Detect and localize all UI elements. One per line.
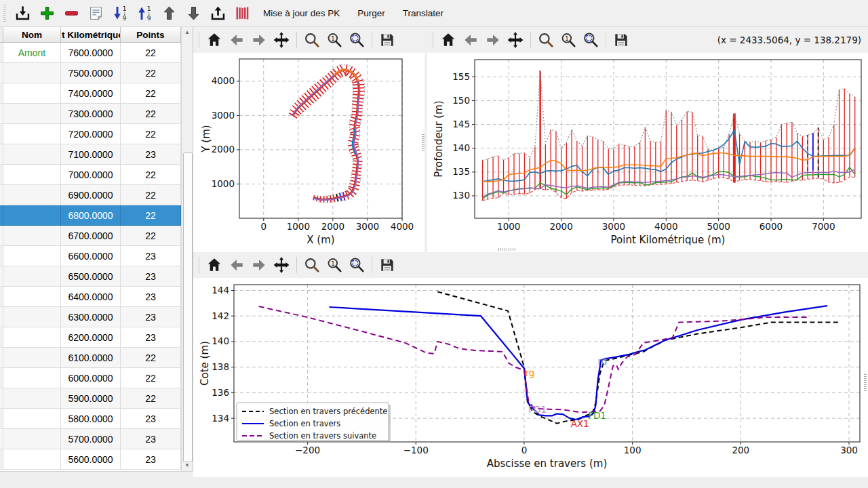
home-button[interactable] xyxy=(438,29,458,51)
svg-text:1000: 1000 xyxy=(212,178,235,189)
table-row[interactable]: 5900.000022 xyxy=(0,388,193,409)
back-button[interactable] xyxy=(226,254,247,276)
right-edge-splitter-handle[interactable] xyxy=(864,374,867,392)
table-row[interactable]: 6500.000023 xyxy=(0,266,193,287)
forward-button[interactable] xyxy=(249,254,269,276)
plan-nav-toolbar: 1 xyxy=(193,27,425,53)
export-button[interactable] xyxy=(206,2,229,25)
column-header-pk[interactable]: t Kilométrique xyxy=(61,27,121,42)
table-row[interactable]: 7200.000022 xyxy=(0,124,193,144)
table-row[interactable]: 6600.000023 xyxy=(0,246,193,266)
pan-button[interactable] xyxy=(271,254,292,276)
table-row[interactable]: 7100.000023 xyxy=(0,144,193,165)
table-row[interactable]: 6000.000022 xyxy=(0,368,193,388)
toolbar-drag-handle[interactable] xyxy=(3,5,6,22)
zoom-extent-button[interactable] xyxy=(580,29,601,51)
cell-nom xyxy=(3,449,61,470)
table-row[interactable]: 5800.000023 xyxy=(0,409,193,429)
cell-pk: 6000.0000 xyxy=(61,368,121,388)
forward-button[interactable] xyxy=(249,29,269,51)
zoom-extent-button[interactable] xyxy=(347,254,367,276)
svg-text:Profondeur (m): Profondeur (m) xyxy=(433,100,445,177)
svg-text:142: 142 xyxy=(212,310,229,321)
table-row[interactable]: 5600.000023 xyxy=(0,449,193,470)
cell-pk: 7300.0000 xyxy=(61,104,121,124)
table-row[interactable]: 6800.000022 xyxy=(0,205,193,226)
sort-asc-icon: 19 xyxy=(136,4,154,22)
sort-ascending-button[interactable]: 19 xyxy=(133,2,156,25)
zoom-original-button[interactable]: 1 xyxy=(324,254,344,276)
table-row[interactable]: 7300.000022 xyxy=(0,104,193,124)
remove-icon xyxy=(62,4,81,22)
zoom-original-button[interactable]: 1 xyxy=(324,29,344,51)
vertical-splitter-handle[interactable] xyxy=(422,134,425,152)
cell-nom xyxy=(3,226,61,246)
main-toolbar: 1919 Mise à jour des PK Purger Translate… xyxy=(0,0,868,27)
zoom-button[interactable] xyxy=(302,29,322,51)
fond-rouge xyxy=(294,70,359,199)
table-row[interactable]: 7000.000022 xyxy=(0,165,193,185)
home-icon xyxy=(439,31,457,49)
zoom-extent-icon xyxy=(348,256,366,274)
table-row[interactable]: 6100.000022 xyxy=(0,348,193,368)
translate-button[interactable]: Translater xyxy=(395,3,452,24)
forward-button[interactable] xyxy=(483,29,503,51)
pan-button[interactable] xyxy=(505,29,526,51)
home-button[interactable] xyxy=(204,254,224,276)
scroll-up-arrow[interactable]: ▲ xyxy=(182,27,193,38)
zoom-original-button[interactable]: 1 xyxy=(558,29,578,51)
column-header-nom[interactable]: Nom xyxy=(3,27,61,42)
cell-points: 22 xyxy=(121,226,181,246)
cell-nom xyxy=(3,388,61,409)
table-row[interactable]: 7400.000022 xyxy=(0,83,193,104)
home-button[interactable] xyxy=(204,29,224,51)
update-pk-button[interactable]: Mise à jour des PK xyxy=(255,3,348,24)
save-button[interactable] xyxy=(611,29,631,51)
scrollbar-thumb[interactable] xyxy=(183,152,193,462)
table-row[interactable]: 6900.000022 xyxy=(0,185,193,205)
sections-view-button[interactable] xyxy=(231,2,254,25)
table-row[interactable]: 6400.000023 xyxy=(0,287,193,307)
table-row[interactable]: 6700.000022 xyxy=(0,226,193,246)
profile-plot-canvas[interactable]: 1000200030004000500060007000130135140145… xyxy=(427,53,868,252)
move-up-button[interactable] xyxy=(157,2,180,25)
import-button[interactable] xyxy=(11,2,34,25)
sort-descending-button[interactable]: 19 xyxy=(108,2,132,25)
purge-button[interactable]: Purger xyxy=(349,3,393,24)
plan-figure: 010002000300040001000200030004000X (m)Y … xyxy=(193,53,425,255)
table-row[interactable]: Amont7600.000022 xyxy=(0,43,193,63)
table-row[interactable]: 7500.000022 xyxy=(0,63,193,83)
sections-icon xyxy=(233,4,252,22)
svg-text:140: 140 xyxy=(212,336,229,346)
cell-nom xyxy=(3,83,61,104)
table-row[interactable]: 6300.000023 xyxy=(0,307,193,327)
zoom-button[interactable] xyxy=(536,29,556,51)
section-courante xyxy=(330,306,828,420)
save-button[interactable] xyxy=(377,29,397,51)
svg-text:1000: 1000 xyxy=(287,221,310,232)
cell-pk: 6700.0000 xyxy=(61,226,121,246)
back-button[interactable] xyxy=(226,29,247,51)
svg-text:0: 0 xyxy=(260,221,267,232)
plan-plot-canvas[interactable]: 010002000300040001000200030004000X (m)Y … xyxy=(193,53,425,252)
edit-notes-button[interactable] xyxy=(84,2,107,25)
back-button[interactable] xyxy=(460,29,481,51)
zoom-button[interactable] xyxy=(302,254,322,276)
cell-points: 23 xyxy=(121,327,181,348)
svg-text:Y (m): Y (m) xyxy=(200,125,212,152)
table-row[interactable]: 5700.000023 xyxy=(0,429,193,449)
table-row[interactable]: 6200.000023 xyxy=(0,327,193,348)
axe-riviere xyxy=(293,70,359,199)
add-section-button[interactable] xyxy=(35,2,58,25)
horizontal-splitter-handle[interactable] xyxy=(498,248,516,251)
scroll-down-arrow[interactable]: ▼ xyxy=(182,460,193,471)
remove-section-button[interactable] xyxy=(60,2,83,25)
pan-button[interactable] xyxy=(271,29,292,51)
save-button[interactable] xyxy=(377,254,397,276)
zoom-extent-button[interactable] xyxy=(347,29,367,51)
table-scrollbar[interactable]: ▲ ▼ xyxy=(181,27,193,471)
svg-text:Cote (m): Cote (m) xyxy=(199,341,211,386)
section-plot-canvas[interactable]: −200−1000100200300134136138140142144Absc… xyxy=(193,278,868,474)
column-header-points[interactable]: Points xyxy=(121,27,181,42)
move-down-button[interactable] xyxy=(182,2,205,25)
